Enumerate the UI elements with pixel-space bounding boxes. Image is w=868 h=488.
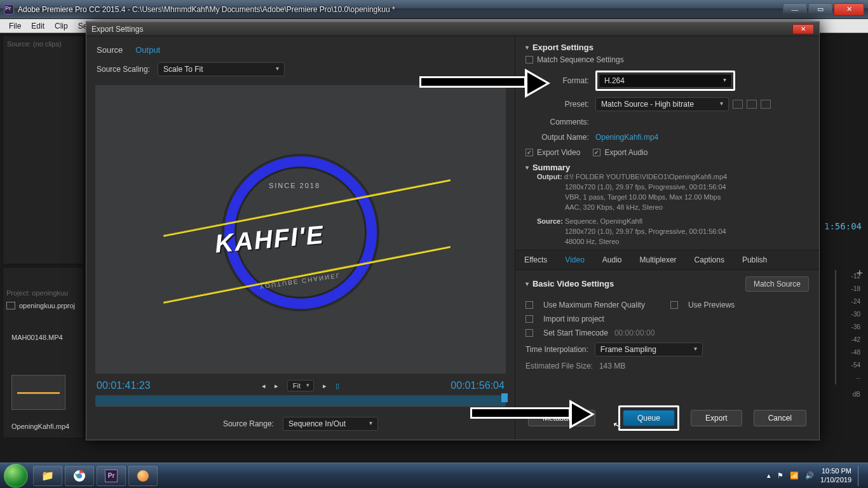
format-label: Format:	[526, 76, 589, 85]
dialog-close-button[interactable]: ✕	[792, 24, 814, 34]
start-tc-label: Set Start Timecode	[543, 329, 608, 337]
metadata-button[interactable]: Metadata...	[528, 410, 595, 426]
project-panel-label: Project: openingkuu	[6, 289, 68, 297]
export-settings-header[interactable]: Export Settings	[526, 43, 809, 52]
tab-publish[interactable]: Publish	[733, 250, 776, 269]
save-preset-icon[interactable]	[733, 100, 743, 109]
preview-current-time[interactable]: 00:01:41:23	[97, 380, 151, 391]
preview-monitor: SINCE 2018 KAHFI'E YOUTUBE CHANNEL	[95, 85, 506, 374]
match-source-button[interactable]: Match Source	[745, 276, 809, 292]
start-button[interactable]	[4, 464, 28, 488]
menu-clip[interactable]: Clip	[50, 22, 73, 30]
show-desktop-button[interactable]	[858, 466, 863, 486]
source-scaling-value: Scale To Fit	[163, 65, 203, 74]
project-clip-1[interactable]: MAH00148.MP4	[11, 334, 63, 341]
db-tick: -18	[835, 283, 860, 295]
window-titlebar: Adobe Premiere Pro CC 2015.4 - C:\Users\…	[0, 0, 868, 19]
menu-file[interactable]: File	[4, 22, 26, 30]
export-video-checkbox[interactable]: ✓	[526, 149, 533, 156]
source-scaling-dropdown[interactable]: Scale To Fit	[158, 62, 285, 76]
interpolation-label: Time Interpolation:	[526, 345, 588, 354]
db-tick: -42	[835, 334, 860, 346]
playhead-icon[interactable]	[501, 393, 508, 402]
interpolation-dropdown[interactable]: Frame Sampling	[595, 342, 703, 356]
dialog-titlebar[interactable]: Export Settings ✕	[86, 22, 819, 36]
taskbar-chrome-icon[interactable]	[65, 466, 94, 486]
delete-preset-icon[interactable]	[761, 100, 771, 109]
output-name-link[interactable]: OpeningKahfi.mp4	[595, 133, 658, 142]
crop-icon[interactable]: ▯	[336, 382, 339, 390]
import-project-checkbox[interactable]	[526, 315, 533, 323]
tab-source[interactable]: Source	[97, 45, 123, 55]
tab-effects[interactable]: Effects	[515, 250, 556, 269]
source-scaling-label: Source Scaling:	[97, 65, 150, 74]
window-minimize-button[interactable]: —	[783, 3, 807, 16]
db-tick: -36	[835, 321, 860, 334]
summary-header[interactable]: Summary	[526, 163, 809, 172]
project-file-name[interactable]: openingkuu.prproj	[19, 302, 75, 309]
tray-volume-icon[interactable]: 🔊	[805, 471, 814, 480]
step-back-icon[interactable]: ◂	[262, 382, 266, 390]
export-audio-checkbox[interactable]: ✓	[593, 149, 600, 156]
tab-multiplexer[interactable]: Multiplexer	[631, 250, 686, 269]
db-tick: -30	[835, 308, 860, 321]
premiere-app-icon	[4, 4, 14, 15]
format-dropdown[interactable]: H.264	[599, 74, 732, 88]
queue-button[interactable]: Queue	[623, 410, 675, 426]
comments-label: Comments:	[526, 118, 589, 126]
windows-taskbar: 📁 Pr ▴ ⚑ 📶 🔊 10:50 PM 1/10/2019	[0, 463, 868, 488]
start-tc-checkbox[interactable]	[526, 329, 533, 337]
use-previews-label: Use Previews	[688, 301, 735, 309]
tray-network-icon[interactable]: 📶	[790, 471, 799, 480]
export-button[interactable]: Export	[691, 410, 742, 426]
play-icon[interactable]: ▸	[275, 382, 278, 390]
tray-chevron-icon[interactable]: ▴	[767, 471, 771, 480]
window-maximize-button[interactable]: ▭	[808, 3, 832, 16]
summary-block: Output: d:\! FOLDER YOUTUBE\VIDEO1\Openi…	[526, 172, 809, 247]
match-sequence-checkbox[interactable]	[526, 56, 533, 64]
tab-video[interactable]: Video	[556, 250, 593, 269]
db-tick: --	[835, 372, 860, 384]
taskbar-explorer-icon[interactable]: 📁	[33, 466, 62, 486]
max-render-checkbox[interactable]	[526, 301, 533, 309]
tray-clock[interactable]: 10:50 PM 1/10/2019	[820, 467, 851, 484]
settings-tab-strip: Effects Video Audio Multiplexer Captions…	[515, 250, 819, 270]
basic-video-header[interactable]: Basic Video Settings	[526, 279, 614, 288]
start-tc-value[interactable]: 00:00:00:00	[614, 329, 654, 337]
import-preset-icon[interactable]	[747, 100, 757, 109]
tab-output[interactable]: Output	[135, 45, 160, 55]
taskbar-premiere-icon[interactable]: Pr	[97, 466, 126, 486]
tab-audio[interactable]: Audio	[593, 250, 631, 269]
source-range-dropdown[interactable]: Sequence In/Out	[283, 417, 378, 431]
preview-duration[interactable]: 00:01:56:04	[451, 380, 505, 391]
estimated-size-value: 143 MB	[599, 362, 625, 370]
export-settings-dialog: Export Settings ✕ Source Output Source S…	[86, 21, 820, 440]
tab-captions[interactable]: Captions	[686, 250, 733, 269]
max-render-label: Use Maximum Render Quality	[543, 301, 645, 309]
use-previews-checkbox[interactable]	[670, 301, 678, 309]
export-video-label: Export Video	[537, 148, 581, 157]
taskbar-media-icon[interactable]	[128, 466, 158, 486]
cancel-button[interactable]: Cancel	[754, 410, 806, 426]
import-project-label: Import into project	[543, 315, 604, 323]
db-tick: -48	[835, 346, 860, 359]
tray-time: 10:50 PM	[820, 467, 851, 475]
preview-timeline[interactable]	[95, 395, 506, 407]
logo-since-text: SINCE 2018	[269, 182, 320, 189]
queue-highlight-annotation: Queue	[618, 405, 679, 431]
audio-meter: -12 -18 -24 -30 -36 -42 -48 -54 -- dB	[835, 270, 860, 401]
step-forward-icon[interactable]: ▸	[323, 382, 327, 390]
menu-edit[interactable]: Edit	[26, 22, 50, 30]
clip-thumbnail[interactable]	[11, 375, 65, 410]
window-close-button[interactable]: ✕	[834, 3, 864, 16]
preset-label: Preset:	[526, 100, 589, 109]
tray-flag-icon[interactable]: ⚑	[777, 471, 783, 480]
preset-dropdown[interactable]: Match Source - High bitrate	[595, 97, 729, 111]
zoom-fit-value: Fit	[293, 382, 301, 390]
zoom-fit-dropdown[interactable]: Fit	[287, 380, 314, 391]
project-clip-2[interactable]: OpeningKahfi.mp4	[11, 423, 69, 430]
preset-value: Match Source - High bitrate	[601, 100, 694, 109]
output-name-label: Output Name:	[526, 133, 589, 142]
window-title: Adobe Premiere Pro CC 2015.4 - C:\Users\…	[18, 5, 782, 14]
export-audio-label: Export Audio	[604, 148, 648, 157]
